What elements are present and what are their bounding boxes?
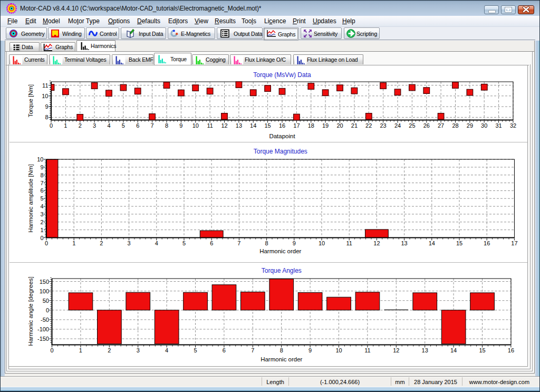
- svg-text:6: 6: [210, 240, 213, 246]
- svg-text:Harmonic order: Harmonic order: [259, 248, 301, 254]
- svg-text:1: 1: [79, 347, 82, 353]
- svg-text:2: 2: [108, 347, 111, 353]
- svg-text:6: 6: [223, 347, 226, 353]
- svg-text:11: 11: [346, 240, 352, 246]
- svg-text:10: 10: [335, 347, 342, 353]
- svg-text:28: 28: [452, 122, 458, 129]
- svg-text:6: 6: [136, 122, 139, 129]
- svg-text:10: 10: [319, 240, 325, 246]
- svg-text:5: 5: [182, 240, 186, 246]
- svg-text:29: 29: [467, 122, 473, 129]
- svg-text:9: 9: [308, 347, 312, 353]
- svg-text:15: 15: [264, 122, 271, 129]
- svg-text:Datapoint: Datapoint: [269, 133, 295, 139]
- svg-text:14: 14: [450, 347, 457, 353]
- svg-text:7: 7: [151, 122, 154, 129]
- svg-text:24: 24: [394, 122, 401, 129]
- svg-text:15: 15: [479, 347, 485, 353]
- svg-text:7: 7: [251, 347, 254, 353]
- svg-text:4: 4: [155, 240, 158, 246]
- svg-text:23: 23: [380, 122, 386, 129]
- svg-text:2: 2: [100, 240, 103, 246]
- svg-text:5: 5: [122, 122, 125, 129]
- svg-text:0: 0: [50, 122, 53, 129]
- svg-text:20: 20: [336, 122, 343, 129]
- svg-text:30: 30: [481, 122, 487, 129]
- svg-text:21: 21: [351, 122, 358, 129]
- svg-text:14: 14: [250, 122, 256, 129]
- svg-text:4: 4: [107, 122, 110, 129]
- svg-text:Torque Magnitudes: Torque Magnitudes: [254, 148, 307, 155]
- svg-text:11: 11: [207, 122, 213, 129]
- svg-text:11: 11: [364, 347, 370, 353]
- svg-text:16: 16: [508, 347, 514, 353]
- svg-text:0: 0: [50, 347, 53, 353]
- svg-text:4: 4: [165, 347, 168, 353]
- svg-text:Torque (MsVw) Data: Torque (MsVw) Data: [253, 71, 311, 79]
- svg-text:27: 27: [438, 122, 444, 129]
- svg-text:Torque [Nm]: Torque [Nm]: [27, 84, 34, 118]
- svg-text:22: 22: [365, 122, 372, 129]
- svg-text:31: 31: [495, 122, 502, 129]
- svg-text:13: 13: [422, 347, 428, 353]
- svg-text:2: 2: [79, 122, 82, 129]
- svg-text:19: 19: [322, 122, 329, 129]
- svg-text:14: 14: [429, 240, 435, 246]
- svg-text:16: 16: [484, 240, 490, 246]
- svg-text:3: 3: [128, 240, 131, 246]
- svg-text:Harmonic amplitude [Nm]: Harmonic amplitude [Nm]: [27, 164, 34, 233]
- svg-text:5: 5: [194, 347, 197, 353]
- svg-text:10: 10: [192, 122, 199, 129]
- svg-text:3: 3: [137, 347, 140, 353]
- svg-text:1: 1: [64, 122, 67, 129]
- svg-text:25: 25: [409, 122, 415, 129]
- svg-text:16: 16: [279, 122, 285, 129]
- svg-text:9: 9: [293, 240, 296, 246]
- svg-text:Harmonic angle [degrees]: Harmonic angle [degrees]: [27, 276, 34, 346]
- svg-text:13: 13: [401, 240, 407, 246]
- svg-text:12: 12: [221, 122, 227, 129]
- svg-text:12: 12: [393, 347, 399, 353]
- svg-text:8: 8: [165, 122, 168, 129]
- svg-text:17: 17: [511, 240, 517, 246]
- svg-text:15: 15: [456, 240, 462, 246]
- svg-text:26: 26: [423, 122, 430, 129]
- svg-text:8: 8: [280, 347, 283, 353]
- svg-text:7: 7: [237, 240, 240, 246]
- svg-text:9: 9: [179, 122, 182, 129]
- svg-text:8: 8: [265, 240, 268, 246]
- svg-text:Torque Angles: Torque Angles: [262, 267, 302, 274]
- svg-text:17: 17: [293, 122, 300, 129]
- svg-text:32: 32: [510, 122, 516, 129]
- svg-text:12: 12: [373, 240, 380, 246]
- svg-text:18: 18: [308, 122, 314, 129]
- svg-text:13: 13: [236, 122, 242, 129]
- svg-text:Harmonic order: Harmonic order: [261, 356, 302, 362]
- svg-text:3: 3: [93, 122, 96, 129]
- svg-text:1: 1: [72, 240, 75, 246]
